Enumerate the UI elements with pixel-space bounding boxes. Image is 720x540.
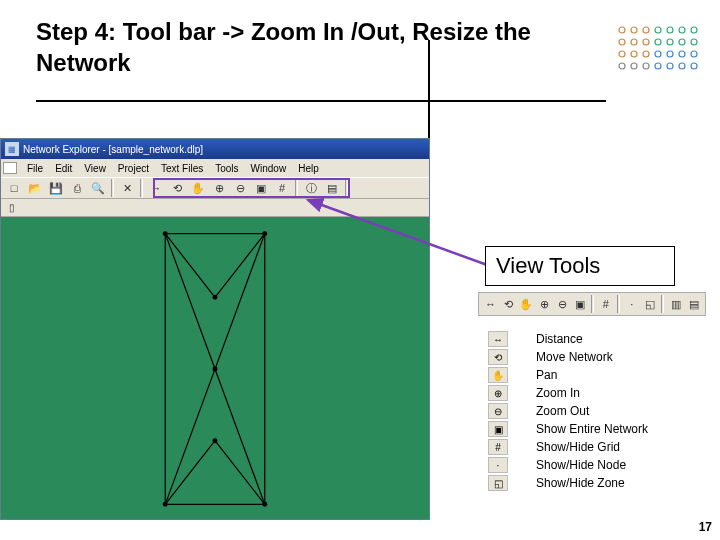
move-icon: ⟲ (488, 349, 508, 365)
list-label: Show Entire Network (536, 422, 648, 436)
new-button[interactable]: □ (4, 179, 24, 197)
grid-button[interactable]: # (272, 179, 292, 197)
svg-point-39 (213, 438, 218, 443)
vt-grid-button[interactable]: # (597, 295, 614, 313)
svg-point-16 (643, 51, 649, 57)
svg-point-24 (655, 63, 661, 69)
svg-point-1 (631, 27, 637, 33)
svg-point-17 (655, 51, 661, 57)
pan-button[interactable]: ✋ (188, 179, 208, 197)
toolbar-sep (661, 295, 664, 313)
menubar: File Edit View Project Text Files Tools … (1, 159, 429, 177)
vt-extra1-button[interactable]: ▥ (667, 295, 684, 313)
svg-point-10 (655, 39, 661, 45)
svg-point-41 (262, 502, 267, 507)
list-item: ⊖Zoom Out (488, 402, 648, 420)
doc-icon (3, 162, 17, 174)
list-label: Distance (536, 332, 583, 346)
svg-point-25 (667, 63, 673, 69)
svg-point-4 (667, 27, 673, 33)
preview-button[interactable]: 🔍 (88, 179, 108, 197)
toolbar-sep (591, 295, 594, 313)
distance-icon: ↔ (488, 331, 508, 347)
subbar-button[interactable]: ▯ (4, 201, 20, 215)
svg-point-8 (631, 39, 637, 45)
list-label: Show/Hide Grid (536, 440, 620, 454)
page-number: 17 (699, 520, 712, 534)
sub-toolbar: ▯ (1, 199, 429, 217)
app-window: ▦ Network Explorer - [sample_network.dlp… (0, 138, 430, 520)
list-label: Zoom Out (536, 404, 589, 418)
vt-zone-button[interactable]: ◱ (641, 295, 658, 313)
svg-point-9 (643, 39, 649, 45)
menu-view[interactable]: View (78, 163, 112, 174)
svg-point-27 (691, 63, 697, 69)
list-item: ◱Show/Hide Zone (488, 474, 648, 492)
svg-line-31 (165, 234, 215, 298)
info-button[interactable]: ⓘ (301, 179, 321, 197)
open-button[interactable]: 📂 (25, 179, 45, 197)
svg-point-12 (679, 39, 685, 45)
svg-point-23 (643, 63, 649, 69)
svg-point-35 (163, 231, 168, 236)
network-canvas[interactable] (1, 217, 429, 519)
menu-window[interactable]: Window (245, 163, 293, 174)
svg-point-7 (619, 39, 625, 45)
menu-help[interactable]: Help (292, 163, 325, 174)
svg-point-13 (691, 39, 697, 45)
save-button[interactable]: 💾 (46, 179, 66, 197)
vt-zoomin-button[interactable]: ⊕ (536, 295, 553, 313)
zoomin-button[interactable]: ⊕ (209, 179, 229, 197)
svg-line-34 (215, 441, 265, 505)
list-label: Move Network (536, 350, 613, 364)
menu-edit[interactable]: Edit (49, 163, 78, 174)
toolbar-sep (617, 295, 620, 313)
toolbar-sep (111, 179, 114, 197)
list-label: Pan (536, 368, 557, 382)
svg-point-2 (643, 27, 649, 33)
list-item: ↔Distance (488, 330, 648, 348)
view-tools-list: ↔Distance ⟲Move Network ✋Pan ⊕Zoom In ⊖Z… (488, 330, 648, 492)
zoomin-icon: ⊕ (488, 385, 508, 401)
svg-line-32 (215, 234, 265, 298)
decorative-dots (612, 20, 702, 80)
fit-button[interactable]: ▣ (251, 179, 271, 197)
svg-point-26 (679, 63, 685, 69)
print-button[interactable]: ⎙ (67, 179, 87, 197)
vt-fit-button[interactable]: ▣ (572, 295, 589, 313)
titlebar: ▦ Network Explorer - [sample_network.dlp… (1, 139, 429, 159)
layers-button[interactable]: ▤ (322, 179, 342, 197)
vt-node-button[interactable]: · (623, 295, 640, 313)
toolbar-sep (140, 179, 143, 197)
svg-point-20 (691, 51, 697, 57)
svg-point-36 (262, 231, 267, 236)
vt-move-button[interactable]: ⟲ (500, 295, 517, 313)
move-button[interactable]: ⟲ (167, 179, 187, 197)
zoomout-button[interactable]: ⊖ (230, 179, 250, 197)
svg-point-40 (163, 502, 168, 507)
delete-button[interactable]: ✕ (117, 179, 137, 197)
svg-point-21 (619, 63, 625, 69)
menu-file[interactable]: File (21, 163, 49, 174)
fit-icon: ▣ (488, 421, 508, 437)
menu-tools[interactable]: Tools (209, 163, 244, 174)
menu-textfiles[interactable]: Text Files (155, 163, 209, 174)
svg-point-38 (213, 367, 218, 372)
vt-pan-button[interactable]: ✋ (518, 295, 535, 313)
vt-extra2-button[interactable]: ▤ (685, 295, 702, 313)
pan-icon: ✋ (488, 367, 508, 383)
vt-distance-button[interactable]: ↔ (482, 295, 499, 313)
menu-project[interactable]: Project (112, 163, 155, 174)
toolbar-sep (295, 179, 298, 197)
main-toolbar: □ 📂 💾 ⎙ 🔍 ✕ ↔ ⟲ ✋ ⊕ ⊖ ▣ # ⓘ ▤ (1, 177, 429, 199)
distance-button[interactable]: ↔ (146, 179, 166, 197)
svg-point-15 (631, 51, 637, 57)
svg-line-33 (165, 441, 215, 505)
zoomout-icon: ⊖ (488, 403, 508, 419)
view-tools-header: View Tools (485, 246, 675, 286)
list-item: ⟲Move Network (488, 348, 648, 366)
toolbar-sep (345, 179, 348, 197)
list-item: #Show/Hide Grid (488, 438, 648, 456)
svg-point-0 (619, 27, 625, 33)
vt-zoomout-button[interactable]: ⊖ (554, 295, 571, 313)
